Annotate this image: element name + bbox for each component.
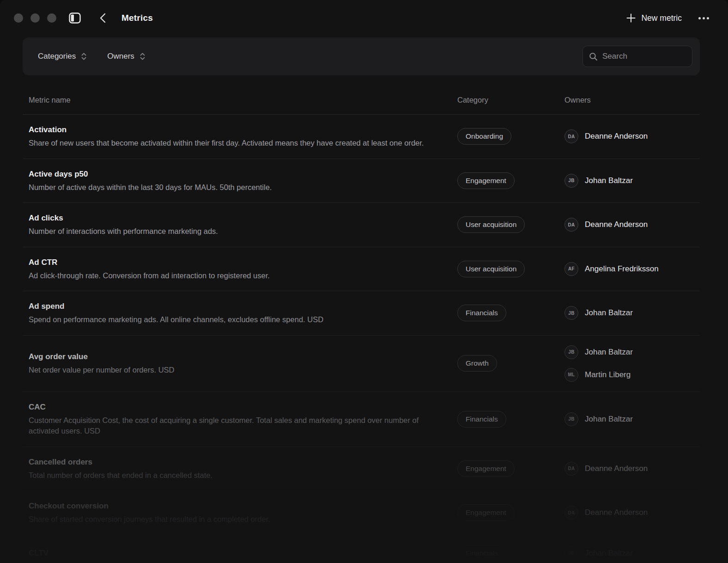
metric-name-cell: Active days p50 Number of active days wi… <box>29 169 457 193</box>
category-badge-label: User acquisition <box>466 220 516 229</box>
metric-name: CLTV <box>29 548 457 559</box>
category-badge-label: Financials <box>466 549 498 557</box>
owner-name: Angelina Fredriksson <box>585 264 659 274</box>
window-close-button[interactable] <box>14 13 23 23</box>
categories-filter-label: Categories <box>38 52 76 61</box>
metric-name-cell: Activation Share of new users that becom… <box>29 124 457 149</box>
new-metric-label: New metric <box>641 13 682 23</box>
search-input[interactable] <box>602 52 686 61</box>
owner-name: Johan Baltzar <box>585 415 633 424</box>
page-title: Metrics <box>121 13 153 23</box>
owner-name: Martin Liberg <box>585 370 631 379</box>
owners-filter-label: Owners <box>107 52 134 61</box>
owner-name: Deanne Anderson <box>585 132 648 141</box>
owners-cell: JB Johan Baltzar <box>564 306 700 320</box>
back-button[interactable] <box>99 13 106 23</box>
metric-name-cell: Ad spend Spend on performance marketing … <box>29 301 457 325</box>
owners-cell: AF Angelina Fredriksson <box>564 262 700 276</box>
metric-description: Number of active days within the last 30… <box>29 182 442 193</box>
metric-name: Ad clicks <box>29 213 457 224</box>
category-badge-label: Financials <box>466 309 498 317</box>
category-badge: Financials <box>457 411 506 428</box>
column-header-category: Category <box>457 96 564 104</box>
category-badge: Financials <box>457 305 506 321</box>
category-cell: Financials <box>457 411 564 428</box>
avatar: DA <box>564 129 578 143</box>
owner: JB Johan Baltzar <box>564 306 700 320</box>
avatar-initials: JB <box>568 349 575 355</box>
owners-cell: DA Deanne Anderson <box>564 218 700 232</box>
category-badge-label: Onboarding <box>466 132 503 141</box>
metric-row[interactable]: CLTV Financials JB Johan Baltzar <box>23 535 700 563</box>
owner-name: Deanne Anderson <box>585 508 648 517</box>
category-badge: Financials <box>457 545 506 562</box>
metric-row[interactable]: Ad spend Spend on performance marketing … <box>23 291 700 336</box>
chevrons-up-down-icon <box>81 52 87 61</box>
avatar-initials: AF <box>568 266 575 271</box>
avatar: JB <box>564 546 578 560</box>
metric-description: Number of interactions with performance … <box>29 226 442 237</box>
ellipsis-icon <box>698 17 701 19</box>
avatar: ML <box>564 368 578 382</box>
metric-row[interactable]: Cancelled orders Total number of orders … <box>23 447 700 491</box>
category-badge-label: Engagement <box>466 465 506 473</box>
owner-name: Johan Baltzar <box>585 549 633 558</box>
metric-name: Activation <box>29 124 457 135</box>
metric-row[interactable]: CAC Customer Acquisition Cost, the cost … <box>23 392 700 447</box>
search-box[interactable] <box>582 46 692 67</box>
metric-name-cell: Avg order value Net order value per numb… <box>29 351 457 376</box>
category-cell: Onboarding <box>457 128 564 145</box>
owners-cell: DA Deanne Anderson <box>564 506 700 520</box>
category-cell: User acquisition <box>457 216 564 233</box>
category-badge-label: Engagement <box>466 508 506 517</box>
new-metric-button[interactable]: New metric <box>626 13 682 23</box>
top-bar: Metrics New metric <box>0 0 728 36</box>
column-header-owners: Owners <box>564 96 700 104</box>
more-options-button[interactable] <box>698 14 710 22</box>
owner: DA Deanne Anderson <box>564 506 700 520</box>
metric-description: Spend on performance marketing ads. All … <box>29 314 442 325</box>
metric-row[interactable]: Ad clicks Number of interactions with pe… <box>23 203 700 247</box>
categories-filter-dropdown[interactable]: Categories <box>38 52 87 61</box>
avatar: DA <box>564 218 578 232</box>
metrics-table-body: Activation Share of new users that becom… <box>23 115 700 563</box>
owner-name: Deanne Anderson <box>585 220 648 229</box>
metric-name: Ad CTR <box>29 257 457 268</box>
avatar-initials: DA <box>568 466 575 471</box>
category-cell: User acquisition <box>457 261 564 277</box>
window-minimize-button[interactable] <box>30 13 40 23</box>
owner: JB Johan Baltzar <box>564 174 700 188</box>
owner: DA Deanne Anderson <box>564 129 700 143</box>
avatar-initials: ML <box>568 372 575 377</box>
metric-name-cell: CLTV <box>29 548 457 559</box>
metric-row[interactable]: Avg order value Net order value per numb… <box>23 336 700 392</box>
owner-name: Johan Baltzar <box>585 348 633 357</box>
metric-description: Share of new users that become activated… <box>29 138 442 149</box>
metric-name: Avg order value <box>29 351 457 362</box>
metric-row[interactable]: Ad CTR Ad click-through rate. Conversion… <box>23 247 700 292</box>
avatar-initials: JB <box>568 416 575 422</box>
metric-row[interactable]: Active days p50 Number of active days wi… <box>23 159 700 203</box>
sidebar-toggle-button[interactable] <box>69 12 81 24</box>
owners-cell: JB Johan Baltzar ML Martin Liberg <box>564 345 700 382</box>
metric-row[interactable]: Checkout conversion Share of started con… <box>23 491 700 535</box>
avatar: JB <box>564 345 578 359</box>
filter-bar: Categories Owners <box>23 37 700 75</box>
category-badge-label: Engagement <box>466 177 506 185</box>
metric-name-cell: Cancelled orders Total number of orders … <box>29 457 457 481</box>
owners-filter-dropdown[interactable]: Owners <box>107 52 146 61</box>
column-header-metric-name: Metric name <box>29 96 457 104</box>
metric-name-cell: CAC Customer Acquisition Cost, the cost … <box>29 402 457 437</box>
category-cell: Growth <box>457 355 564 372</box>
category-badge-label: Growth <box>466 359 489 367</box>
owners-cell: DA Deanne Anderson <box>564 129 700 143</box>
owner: AF Angelina Fredriksson <box>564 262 700 276</box>
category-badge: Onboarding <box>457 128 511 145</box>
metric-name: Checkout conversion <box>29 501 457 512</box>
metric-name-cell: Checkout conversion Share of started con… <box>29 501 457 525</box>
chevron-left-icon <box>99 13 106 23</box>
window-zoom-button[interactable] <box>47 13 56 23</box>
metric-row[interactable]: Activation Share of new users that becom… <box>23 115 700 159</box>
category-badge: Engagement <box>457 460 515 477</box>
chevrons-up-down-icon <box>140 52 146 61</box>
